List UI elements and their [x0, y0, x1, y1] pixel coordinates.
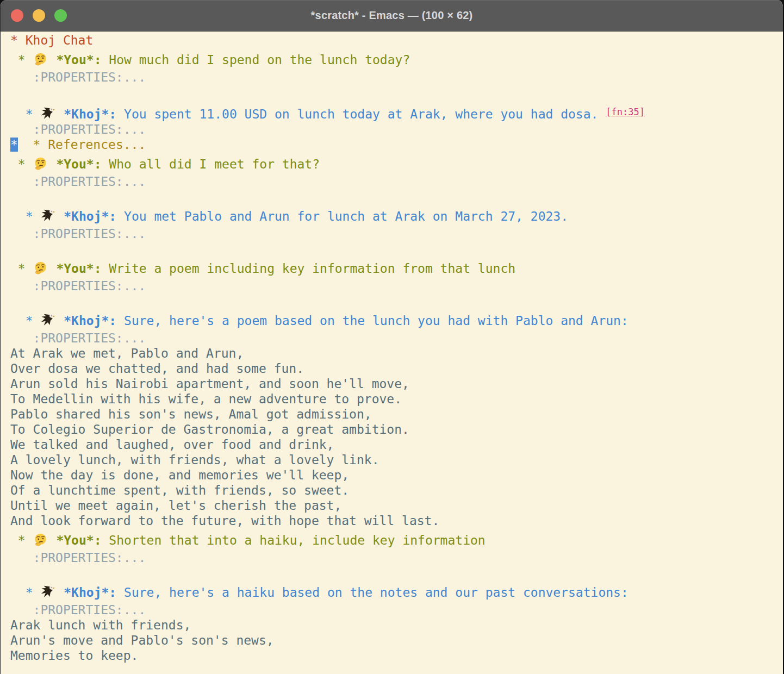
khoj-message-text: You met Pablo and Arun for lunch at Arak…: [116, 209, 568, 223]
khoj-message-text: [56, 107, 64, 121]
eagle-emoji-icon: [40, 107, 56, 121]
properties-drawer-text: :PROPERTIES:...: [10, 331, 146, 345]
khoj-message-text: [56, 209, 64, 223]
zoom-button[interactable]: [54, 9, 67, 22]
khoj-message-text: *Khoj*:: [64, 585, 116, 600]
you-message: * *You*: Shorten that into a haiku, incl…: [10, 528, 780, 550]
you-message-text: Shorten that into a haiku, include key i…: [102, 533, 486, 547]
properties-drawer: :PROPERTIES:...: [10, 330, 780, 346]
blank-line: [10, 85, 780, 100]
poem-line-text: Now the day is done, and memories we'll …: [10, 468, 349, 482]
poem-line-text: Arun sold his Nairobi apartment, and soo…: [10, 377, 409, 391]
properties-drawer-text: :PROPERTIES:...: [10, 70, 146, 84]
poem-line-text: We talked and laughed, over food and dri…: [10, 438, 334, 452]
haiku-line-text: Arun's move and Pablo's son's news,: [10, 633, 274, 647]
poem-line: Of a lunchtime spent, with friends, so s…: [10, 483, 780, 498]
khoj-message-text: *Khoj*:: [64, 209, 116, 223]
you-message: * *You*: How much did I spend on the lun…: [10, 48, 780, 70]
poem-line-text: Over dosa we chatted, and had some fun.: [10, 361, 304, 376]
poem-line-text: To Colegio Superior de Gastronomia, a gr…: [10, 422, 409, 436]
you-message: * *You*: Write a poem including key info…: [10, 257, 780, 278]
emacs-window: *scratch* - Emacs — (100 × 62) * Khoj Ch…: [0, 0, 784, 674]
properties-drawer-text: :PROPERTIES:...: [10, 227, 146, 241]
references-heading-text: * References...: [33, 138, 146, 152]
khoj-message: * *Khoj*: Sure, here's a poem based on t…: [10, 309, 780, 330]
properties-drawer: :PROPERTIES:...: [10, 174, 780, 189]
khoj-message-text: [56, 585, 64, 600]
you-message-text: How much did I spend on the lunch today?: [102, 53, 410, 67]
you-message-text: *: [10, 261, 33, 276]
poem-line-text: Of a lunchtime spent, with friends, so s…: [10, 483, 349, 497]
buffer[interactable]: * Khoj Chat * *You*: How much did I spen…: [1, 32, 783, 674]
blank-line: [10, 565, 780, 581]
khoj-chat-heading-text: * Khoj Chat: [10, 33, 93, 47]
footnote-link[interactable]: [fn:35]: [606, 107, 645, 117]
you-message-text: Write a poem including key information f…: [102, 261, 516, 276]
you-message-text: *: [10, 157, 33, 171]
thinking-emoji-icon: [33, 533, 49, 547]
you-message-text: *: [10, 533, 33, 547]
khoj-message-text: *: [10, 107, 40, 121]
you-message-text: [49, 53, 57, 67]
you-message-text: *You*:: [56, 157, 101, 171]
poem-line: And look forward to the future, with hop…: [10, 513, 780, 528]
references-heading-text: [18, 138, 33, 152]
title-bar[interactable]: *scratch* - Emacs — (100 × 62): [1, 0, 783, 32]
khoj-message: * *Khoj*: You met Pablo and Arun for lun…: [10, 204, 780, 226]
properties-drawer-text: :PROPERTIES:...: [10, 279, 146, 293]
khoj-message-text: *Khoj*:: [64, 107, 116, 121]
poem-line: Pablo shared his son's news, Amal got ad…: [10, 407, 780, 422]
haiku-line-text: Memories to keep.: [10, 648, 138, 663]
cursor: *: [10, 138, 18, 152]
khoj-message-text: *: [10, 585, 40, 600]
you-message-text: *You*:: [56, 533, 101, 547]
poem-line-text: At Arak we met, Pablo and Arun,: [10, 346, 244, 360]
you-message-text: [49, 533, 57, 547]
properties-drawer: :PROPERTIES:...: [10, 70, 780, 85]
haiku-line: Memories to keep.: [10, 648, 780, 663]
you-message-text: *You*:: [56, 53, 101, 67]
eagle-emoji-icon: [40, 585, 56, 599]
poem-line: Arun sold his Nairobi apartment, and soo…: [10, 376, 780, 391]
poem-line-text: Pablo shared his son's news, Amal got ad…: [10, 407, 372, 421]
properties-drawer-text: :PROPERTIES:...: [10, 122, 146, 136]
haiku-line: Arak lunch with friends,: [10, 617, 780, 633]
poem-line-text: Until we meet again, let's cherish the p…: [10, 498, 341, 513]
poem-line: A lovely lunch, with friends, what a lov…: [10, 452, 780, 467]
poem-line: Now the day is done, and memories we'll …: [10, 467, 780, 483]
references-heading: * * References...: [10, 137, 780, 152]
khoj-message-text: *: [10, 314, 40, 328]
poem-line-text: To Medellin with his wife, a new adventu…: [10, 392, 402, 406]
khoj-message-text: *Khoj*:: [64, 314, 116, 328]
you-message: * *You*: Who all did I meet for that?: [10, 152, 780, 174]
haiku-line-text: Arak lunch with friends,: [10, 618, 191, 632]
khoj-message-text: *: [10, 209, 40, 223]
close-button[interactable]: [11, 9, 23, 22]
properties-drawer-text: :PROPERTIES:...: [10, 551, 146, 565]
poem-line-text: A lovely lunch, with friends, what a lov…: [10, 453, 379, 467]
minimize-button[interactable]: [33, 9, 45, 22]
eagle-emoji-icon: [40, 209, 56, 223]
poem-line: To Medellin with his wife, a new adventu…: [10, 391, 780, 407]
you-message-text: [49, 261, 57, 276]
poem-line: Over dosa we chatted, and had some fun.: [10, 361, 780, 376]
thinking-emoji-icon: [33, 52, 49, 66]
poem-line: To Colegio Superior de Gastronomia, a gr…: [10, 422, 780, 437]
properties-drawer-text: :PROPERTIES:...: [10, 603, 146, 617]
eagle-emoji-icon: [40, 313, 56, 327]
properties-drawer-text: :PROPERTIES:...: [10, 174, 146, 189]
window-title: *scratch* - Emacs — (100 × 62): [311, 9, 473, 22]
khoj-message: * *Khoj*: Sure, here's a haiku based on …: [10, 581, 780, 602]
properties-drawer: :PROPERTIES:...: [10, 226, 780, 241]
khoj-message-text: Sure, here's a poem based on the lunch y…: [116, 314, 629, 328]
khoj-message-text: Sure, here's a haiku based on the notes …: [116, 585, 629, 600]
blank-line: [10, 294, 780, 309]
properties-drawer: :PROPERTIES:...: [10, 278, 780, 294]
blank-line: [10, 241, 780, 257]
you-message-text: *You*:: [56, 261, 101, 276]
poem-line: We talked and laughed, over food and dri…: [10, 437, 780, 452]
you-message-text: Who all did I meet for that?: [102, 157, 320, 171]
thinking-emoji-icon: [33, 261, 49, 275]
poem-line: Until we meet again, let's cherish the p…: [10, 498, 780, 513]
haiku-line: Arun's move and Pablo's son's news,: [10, 633, 780, 648]
